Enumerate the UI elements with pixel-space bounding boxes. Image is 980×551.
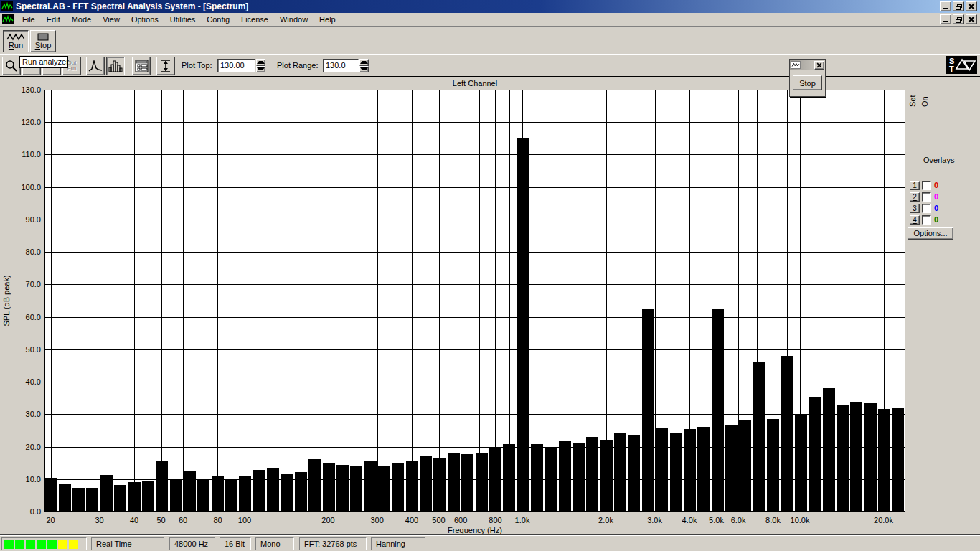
menu-edit[interactable]: Edit (41, 14, 66, 25)
child-minimize-button[interactable] (940, 14, 951, 24)
overlay-set-button-4[interactable]: 4 (910, 215, 920, 225)
menu-items: FileEditModeViewOptionsUtilitiesConfigLi… (17, 14, 341, 25)
spectrum-chart[interactable]: 130.0120.0110.0100.090.080.070.060.050.0… (0, 77, 980, 536)
plot-range-field[interactable]: 130.0 (323, 59, 359, 72)
meter-block (37, 540, 46, 549)
zoom-tool-button[interactable] (2, 57, 21, 75)
line-plot-icon (88, 60, 103, 72)
plot-top-field[interactable]: 130.00 (217, 59, 255, 72)
svg-text:60: 60 (179, 516, 187, 524)
svg-text:1.0k: 1.0k (515, 516, 530, 524)
floating-stop-label: Stop (799, 79, 816, 88)
plot-range-spin-down[interactable] (359, 66, 369, 73)
close-icon (969, 4, 974, 9)
overlay-on-checkbox-3[interactable] (922, 204, 931, 213)
svg-text:4.0k: 4.0k (682, 516, 697, 524)
svg-text:30.0: 30.0 (26, 410, 41, 418)
overlay-value-1: 0 (934, 181, 938, 189)
app-icon (1, 1, 13, 11)
line-plot-button[interactable] (86, 57, 105, 75)
overlay-value-2: 0 (934, 192, 938, 201)
plot-range-spinner[interactable] (359, 59, 369, 72)
spin-down-icon (257, 67, 265, 70)
overlay-on-checkbox-2[interactable] (922, 192, 931, 202)
child-restore-button[interactable] (953, 14, 964, 24)
svg-text:800: 800 (489, 516, 501, 524)
restore-button[interactable] (953, 1, 964, 11)
svg-text:30: 30 (95, 516, 103, 524)
svg-text:10.0k: 10.0k (791, 516, 810, 524)
overlays-title: Overlays (923, 156, 954, 164)
svg-text:80: 80 (213, 516, 222, 524)
menu-help[interactable]: Help (314, 14, 341, 25)
svg-text:5.0k: 5.0k (709, 516, 724, 524)
run-button[interactable]: Run (3, 30, 29, 52)
child-close-button[interactable] (966, 14, 977, 24)
svg-text:10.0: 10.0 (26, 475, 41, 484)
overlay-set-button-2[interactable]: 2 (910, 192, 920, 202)
menu-config[interactable]: Config (201, 14, 235, 25)
plot-toolbar: 2X 2X Out Full (0, 54, 980, 76)
bar-plot-button[interactable] (106, 57, 125, 75)
overlays-options-label: Options... (913, 229, 947, 237)
overlays-options-button[interactable]: Options... (908, 227, 953, 240)
plot-top-spin-up[interactable] (256, 59, 265, 66)
svg-text:0.0: 0.0 (30, 507, 41, 516)
spectrum-chart-area: 130.0120.0110.0100.090.080.070.060.050.0… (0, 76, 980, 535)
stop-button-label: Stop (35, 42, 52, 50)
plot-top-label: Plot Top: (182, 61, 212, 70)
stop-button[interactable]: Stop (30, 30, 56, 52)
svg-text:T: T (949, 65, 954, 73)
plot-top-spinner[interactable] (256, 59, 265, 72)
overlay-on-checkbox-1[interactable] (922, 181, 931, 190)
overlay-set-button-1[interactable]: 1 (910, 181, 920, 190)
spectralab-window: SpectraLAB - FFT Spectral Analysis Syste… (0, 0, 980, 551)
child-minimize-icon (943, 17, 948, 22)
display-options-button[interactable] (132, 57, 151, 75)
menu-file[interactable]: File (17, 14, 41, 25)
svg-text:90.0: 90.0 (26, 215, 41, 224)
svg-text:20: 20 (46, 516, 55, 524)
status-mono: Mono (255, 537, 294, 550)
run-analyzer-tooltip: Run analyzer (19, 56, 68, 68)
menu-view[interactable]: View (97, 14, 126, 25)
meter-block (58, 540, 67, 549)
plot-range-spin-up[interactable] (359, 59, 369, 66)
overlays-on-column-label: On (920, 96, 929, 107)
svg-text:Frequency (Hz): Frequency (Hz) (448, 526, 502, 534)
svg-text:2.0k: 2.0k (598, 516, 613, 524)
floating-stop-button[interactable]: Stop (793, 75, 822, 90)
svg-text:80.0: 80.0 (26, 248, 41, 256)
meter-block (69, 540, 78, 549)
menu-utilities[interactable]: Utilities (164, 14, 201, 25)
menu-window[interactable]: Window (274, 14, 314, 25)
svg-text:70.0: 70.0 (26, 280, 41, 288)
overlay-on-checkbox-4[interactable] (922, 215, 931, 225)
meter-block (47, 540, 57, 549)
status-hanning: Hanning (371, 537, 425, 550)
menu-mode[interactable]: Mode (66, 14, 98, 25)
overlay-set-button-3[interactable]: 3 (910, 204, 920, 213)
meter-block (26, 540, 35, 549)
menu-options[interactable]: Options (126, 14, 164, 25)
svg-text:SPL (dB peak): SPL (dB peak) (2, 275, 11, 326)
minimize-button[interactable] (940, 1, 951, 11)
svg-text:100.0: 100.0 (21, 183, 41, 192)
svg-text:110.0: 110.0 (22, 150, 41, 159)
window-title: SpectraLAB - FFT Spectral Analysis Syste… (16, 1, 248, 11)
vertical-scale-button[interactable] (156, 57, 175, 75)
plot-top-value: 130.00 (220, 61, 245, 70)
plot-top-spin-down[interactable] (256, 66, 265, 73)
menu-license[interactable]: License (235, 14, 274, 25)
meter-block (4, 540, 14, 549)
meter-block (15, 540, 24, 549)
run-waveform-icon (6, 33, 25, 41)
status-fft-32768-pts: FFT: 32768 pts (299, 537, 367, 550)
svg-text:600: 600 (454, 516, 467, 524)
svg-text:100: 100 (238, 516, 251, 524)
floating-toolbar-close-button[interactable] (814, 61, 824, 70)
plot-range-label: Plot Range: (277, 61, 318, 70)
svg-text:40: 40 (130, 516, 138, 524)
close-button[interactable] (966, 1, 977, 11)
floating-toolbar-titlebar[interactable] (790, 60, 825, 70)
